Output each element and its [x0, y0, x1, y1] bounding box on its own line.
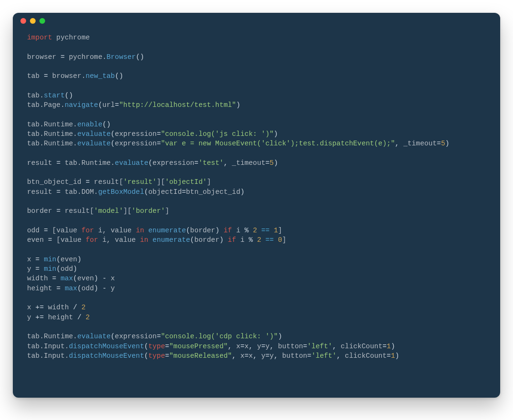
code-token: x — [106, 275, 115, 282]
code-token: pychrome — [52, 34, 90, 41]
code-token: ( — [144, 352, 148, 360]
code-token: , — [228, 343, 237, 350]
code-token: x — [27, 256, 36, 263]
code-token: 2 — [257, 236, 261, 244]
code-token: for — [86, 236, 98, 244]
code-token: start — [44, 92, 65, 99]
code-token: = — [266, 352, 270, 360]
code-line: tab.Runtime.enable() — [27, 120, 486, 129]
code-token: if — [228, 236, 237, 244]
code-line — [27, 293, 486, 303]
code-token: max — [65, 285, 77, 292]
code-token: % — [245, 227, 249, 234]
code-token: , — [253, 352, 261, 360]
code-token: height — [44, 314, 77, 321]
code-token: url — [102, 101, 114, 109]
code-token: button — [278, 343, 303, 350]
code-line: browser = pychrome.Browser() — [27, 52, 486, 62]
code-token: "mousePressed" — [169, 343, 228, 350]
code-token: i — [236, 236, 248, 244]
code-token: border — [194, 236, 219, 244]
code-line: tab.Input.dispatchMouseEvent(type="mouse… — [27, 342, 486, 351]
code-token — [39, 256, 44, 263]
code-token: = — [157, 140, 161, 147]
code-token: even — [27, 236, 48, 244]
code-line: border = result['model']['border'] — [27, 206, 486, 216]
code-token: result[ — [90, 178, 123, 186]
minimize-icon[interactable] — [30, 18, 36, 24]
code-line: result = tab.Runtime.evaluate(expression… — [27, 158, 486, 168]
code-token: type — [148, 343, 165, 350]
code-token: "console.log('cdp click: ')" — [161, 333, 278, 340]
code-token: = — [266, 159, 270, 167]
code-token: tab.Runtime. — [27, 333, 77, 340]
code-token: 'left' — [312, 352, 337, 360]
code-line — [27, 81, 486, 90]
code-token: in — [140, 236, 149, 244]
code-token: result[ — [60, 207, 94, 215]
code-token: tab.Runtime. — [27, 140, 77, 147]
code-token: ) — [240, 188, 245, 196]
code-token: += — [36, 314, 44, 321]
code-token — [257, 227, 261, 234]
code-token: ) — [274, 130, 278, 138]
code-token: ) — [94, 275, 98, 282]
code-token: btn_object_id — [27, 178, 86, 186]
code-token: clickCount — [341, 343, 382, 350]
code-token: enumerate — [148, 227, 186, 234]
code-token: ) — [77, 256, 82, 263]
code-line: btn_object_id = result['result']['object… — [27, 177, 486, 187]
code-token: navigate — [65, 101, 98, 109]
code-token — [144, 227, 148, 234]
code-line: tab.Runtime.evaluate(expression="console… — [27, 332, 486, 341]
code-token: 'test' — [199, 159, 224, 167]
code-token: = — [387, 352, 391, 360]
code-token: ) — [236, 101, 240, 109]
code-token: enable — [77, 121, 103, 128]
code-token: ) — [73, 265, 77, 273]
code-token: 1 — [387, 343, 391, 350]
code-editor[interactable]: import pychrome browser = pychrome.Brows… — [13, 29, 500, 372]
code-token: expression — [115, 140, 157, 147]
code-line: tab = browser.new_tab() — [27, 71, 486, 81]
code-token: , — [274, 352, 282, 360]
maximize-icon[interactable] — [39, 18, 45, 24]
code-token: width — [27, 275, 52, 282]
code-token: ] — [282, 236, 286, 244]
code-token: browser — [27, 53, 60, 61]
code-line: width = max(even) - x — [27, 274, 486, 283]
code-token: () — [136, 53, 144, 61]
code-line — [27, 110, 486, 119]
code-token: 0 — [278, 236, 282, 244]
code-token: expression — [115, 333, 157, 340]
code-token: 2 — [86, 314, 90, 321]
code-token: new_tab — [86, 72, 115, 80]
code-token: ( — [111, 140, 115, 147]
code-token: 5 — [441, 140, 445, 147]
code-token: 2 — [81, 304, 86, 311]
code-token: tab.Runtime. — [60, 159, 114, 167]
code-token: = — [261, 343, 266, 350]
code-token: evaluate — [115, 159, 148, 167]
code-line: tab.Page.navigate(url="http://localhost/… — [27, 100, 486, 110]
code-token: "mouseReleased" — [169, 352, 232, 360]
code-token — [98, 285, 103, 292]
code-token: tab.DOM. — [60, 188, 98, 196]
close-icon[interactable] — [20, 18, 26, 24]
code-line — [27, 216, 486, 226]
code-line: tab.Input.dispatchMouseEvent(type="mouse… — [27, 351, 486, 361]
code-token: () — [115, 72, 124, 80]
code-token: - — [103, 285, 107, 292]
code-token: = — [157, 333, 161, 340]
code-token: [value — [52, 236, 86, 244]
code-token: ) — [395, 352, 399, 360]
code-token: import — [27, 34, 52, 41]
code-line — [27, 322, 486, 332]
code-line: tab.Runtime.evaluate(expression="var e =… — [27, 139, 486, 148]
code-token: , — [232, 352, 240, 360]
code-token: 'model' — [94, 207, 124, 215]
code-token: expression — [152, 159, 194, 167]
code-token: == — [266, 236, 274, 244]
code-token: tab.Runtime. — [27, 130, 77, 138]
code-token: "var e = new MouseEvent('click');test.di… — [161, 140, 395, 147]
